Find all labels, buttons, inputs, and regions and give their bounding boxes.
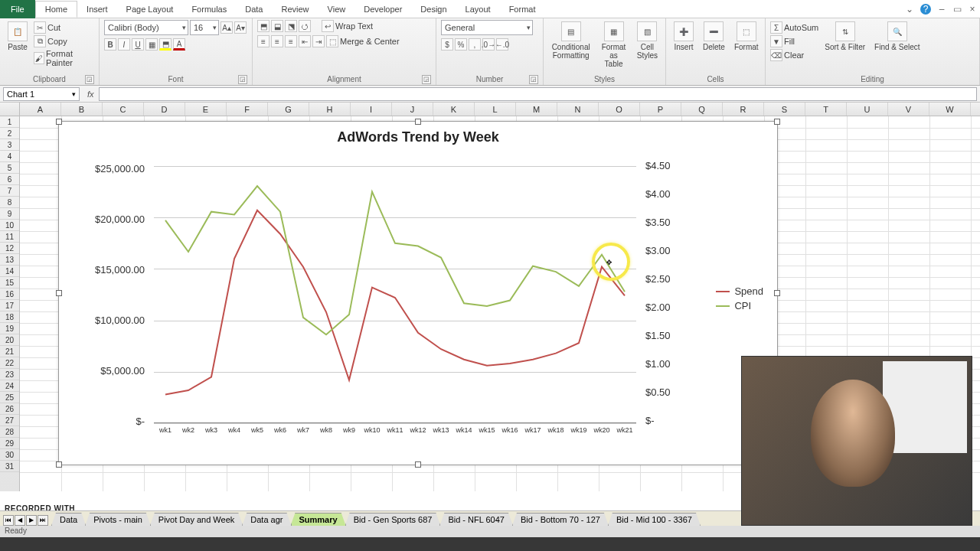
italic-button[interactable]: I <box>118 38 130 51</box>
window-min-icon[interactable]: – <box>934 4 949 15</box>
font-dialog-icon[interactable]: ◲ <box>238 75 247 84</box>
chart-handle-s[interactable] <box>415 461 421 468</box>
tab-view[interactable]: View <box>318 2 355 17</box>
fill-button[interactable]: ▼Fill <box>770 35 818 47</box>
column-header[interactable]: P <box>640 103 681 116</box>
row-header[interactable]: 18 <box>0 311 19 323</box>
tab-developer[interactable]: Developer <box>354 2 411 17</box>
align-left-icon[interactable]: ≡ <box>257 35 270 47</box>
insert-cells-button[interactable]: ➕Insert <box>671 20 697 53</box>
file-tab[interactable]: File <box>0 0 35 18</box>
bold-button[interactable]: B <box>104 38 116 51</box>
column-header[interactable]: B <box>61 103 103 116</box>
plot-area[interactable] <box>154 166 636 423</box>
clear-button[interactable]: ⌫Clear <box>770 49 818 61</box>
row-header[interactable]: 1 <box>0 116 19 128</box>
alignment-dialog-icon[interactable]: ◲ <box>422 75 431 84</box>
chart-object[interactable]: AdWords Trend by Week $25,000.00$20,000.… <box>58 121 778 465</box>
delete-cells-button[interactable]: ➖Delete <box>700 20 728 53</box>
column-header[interactable]: I <box>351 103 392 116</box>
cut-button[interactable]: ✂Cut <box>34 21 94 34</box>
column-header[interactable]: K <box>433 103 475 116</box>
row-header[interactable]: 10 <box>0 220 19 231</box>
row-header[interactable]: 16 <box>0 289 19 300</box>
conditional-formatting-button[interactable]: ▤Conditional Formatting <box>548 20 593 61</box>
row-header[interactable]: 28 <box>0 426 19 438</box>
column-header[interactable]: O <box>599 103 640 116</box>
column-header[interactable]: M <box>516 103 557 116</box>
sheet-tab[interactable]: Bid - NFL 6047 <box>439 513 513 526</box>
chart-handle-n[interactable] <box>415 119 421 125</box>
chart-handle-ne[interactable] <box>774 119 780 125</box>
row-header[interactable]: 9 <box>0 208 19 220</box>
row-header[interactable]: 7 <box>0 185 19 197</box>
align-top-icon[interactable]: ⬒ <box>257 20 270 32</box>
fill-color-button[interactable]: ⬒ <box>159 38 172 51</box>
autosum-button[interactable]: ΣAutoSum <box>770 21 818 34</box>
row-header[interactable]: 19 <box>0 323 19 334</box>
row-header[interactable]: 2 <box>0 128 19 139</box>
row-header[interactable]: 17 <box>0 300 19 311</box>
row-header[interactable]: 30 <box>0 449 19 461</box>
tab-data[interactable]: Data <box>236 2 272 17</box>
row-header[interactable]: 20 <box>0 334 19 346</box>
row-header[interactable]: 31 <box>0 461 19 472</box>
format-as-table-button[interactable]: ▦Format as Table <box>596 20 630 70</box>
percent-icon[interactable]: % <box>455 38 467 51</box>
font-name-combo[interactable]: Calibri (Body) <box>104 20 188 35</box>
format-cells-button[interactable]: ⬚Format <box>731 20 762 53</box>
font-size-combo[interactable]: 16 <box>190 20 219 35</box>
column-header[interactable]: A <box>20 103 61 116</box>
row-header[interactable]: 4 <box>0 151 19 162</box>
column-header[interactable]: G <box>268 103 309 116</box>
sheet-nav-first-icon[interactable]: ⏮ <box>3 515 14 526</box>
sort-filter-button[interactable]: ⇅Sort & Filter <box>822 20 868 53</box>
row-header[interactable]: 14 <box>0 266 19 277</box>
column-header[interactable]: J <box>392 103 433 116</box>
decrease-decimal-icon[interactable]: ←.0 <box>496 38 508 51</box>
find-select-button[interactable]: 🔍Find & Select <box>871 20 923 53</box>
column-header[interactable]: D <box>144 103 185 116</box>
row-header[interactable]: 3 <box>0 139 19 151</box>
column-header[interactable]: C <box>103 103 144 116</box>
tab-review[interactable]: Review <box>272 2 318 17</box>
tab-layout[interactable]: Layout <box>456 2 500 17</box>
row-header[interactable]: 27 <box>0 415 19 426</box>
sheet-tab[interactable]: Data agr <box>242 513 291 526</box>
comma-icon[interactable]: , <box>469 38 481 51</box>
align-right-icon[interactable]: ≡ <box>285 35 297 47</box>
column-header[interactable]: Q <box>681 103 723 116</box>
sheet-tab[interactable]: Pivots - main <box>85 513 151 526</box>
column-header[interactable]: H <box>309 103 351 116</box>
row-header[interactable]: 23 <box>0 369 19 380</box>
column-header[interactable]: N <box>557 103 599 116</box>
select-all-button[interactable] <box>0 103 20 116</box>
window-restore-icon[interactable]: ▭ <box>949 4 965 15</box>
orientation-icon[interactable]: ⭯ <box>299 20 311 32</box>
sheet-tab[interactable]: Bid - Mid 100 - 3367 <box>608 513 701 526</box>
help-icon[interactable]: ? <box>920 4 931 15</box>
row-header[interactable]: 22 <box>0 357 19 369</box>
fx-icon[interactable]: fx <box>83 90 99 99</box>
merge-center-button[interactable]: Merge & Center <box>340 37 400 46</box>
row-header[interactable]: 5 <box>0 162 19 174</box>
increase-indent-icon[interactable]: ⇥ <box>312 35 325 47</box>
sheet-tab[interactable]: Data <box>51 513 86 526</box>
tab-formulas[interactable]: Formulas <box>182 2 236 17</box>
sheet-tab[interactable]: Summary <box>291 513 346 526</box>
name-box[interactable]: Chart 1▾ <box>3 87 80 101</box>
underline-button[interactable]: U <box>132 38 144 51</box>
row-header[interactable]: 26 <box>0 403 19 415</box>
align-bottom-icon[interactable]: ⬔ <box>285 20 297 32</box>
tab-insert[interactable]: Insert <box>77 2 117 17</box>
column-header[interactable]: S <box>764 103 805 116</box>
grow-font-icon[interactable]: A▴ <box>220 21 233 34</box>
sheet-nav-last-icon[interactable]: ⏭ <box>38 515 48 526</box>
column-header[interactable]: R <box>723 103 764 116</box>
chart-handle-nw[interactable] <box>56 119 62 125</box>
align-center-icon[interactable]: ≡ <box>271 35 283 47</box>
copy-button[interactable]: ⧉Copy <box>34 35 94 47</box>
paste-button[interactable]: 📋 Paste <box>5 20 31 53</box>
row-header[interactable]: 24 <box>0 380 19 392</box>
row-header[interactable]: 29 <box>0 438 19 449</box>
